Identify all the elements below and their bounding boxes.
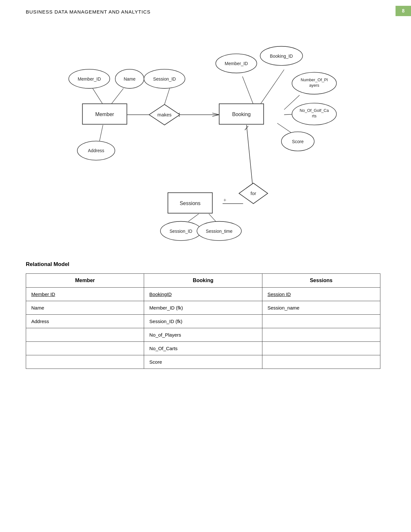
member-row4 [26, 328, 144, 342]
svg-text:ayers: ayers [309, 83, 319, 88]
svg-text:for: for [250, 191, 256, 196]
svg-text:Booking: Booking [232, 112, 250, 117]
page-number: 8 [402, 8, 405, 14]
page-title: BUSINESS DATA MANAGEMENT AND ANALYTICS [26, 9, 151, 15]
erd-svg: + Member Booking Sessions makes for Memb… [19, 26, 392, 251]
booking-row4: No_of_Players [144, 328, 262, 342]
erd-diagram: + Member Booking Sessions makes for Memb… [19, 26, 392, 251]
svg-line-9 [260, 70, 284, 104]
svg-line-20 [209, 214, 216, 221]
svg-line-14 [164, 88, 170, 104]
svg-text:Address: Address [88, 148, 104, 153]
svg-line-6 [93, 88, 103, 104]
sessions-row4 [262, 328, 380, 342]
svg-text:Member_ID: Member_ID [78, 77, 101, 82]
member-row3: Address [26, 315, 144, 328]
member-id-pk: Member ID [31, 291, 55, 297]
booking-row5: No_Of_Carts [144, 342, 262, 355]
col-header-sessions: Sessions [262, 274, 380, 288]
svg-text:Session_time: Session_time [206, 229, 233, 234]
svg-text:Name: Name [124, 77, 136, 82]
svg-text:rts: rts [312, 113, 317, 118]
col-header-member: Member [26, 274, 144, 288]
member-row5 [26, 342, 144, 355]
page-number-badge: 8 [396, 6, 411, 16]
table-row: No_Of_Carts [26, 342, 380, 355]
relational-model-title: Relational Model [26, 261, 380, 268]
sessions-row1: Session ID [262, 288, 380, 301]
sessions-row5 [262, 342, 380, 355]
svg-text:+: + [223, 197, 227, 203]
member-row1: Member ID [26, 288, 144, 301]
table-row: Address Session_ID (fk) [26, 315, 380, 328]
booking-row1: BookingID [144, 288, 262, 301]
svg-text:Member_ID: Member_ID [225, 61, 248, 66]
col-header-booking: Booking [144, 274, 262, 288]
booking-row3: Session_ID (fk) [144, 315, 262, 328]
svg-text:Sessions: Sessions [180, 201, 201, 206]
svg-text:Session_ID: Session_ID [170, 229, 192, 234]
booking-row2: Member_ID (fk) [144, 301, 262, 315]
svg-line-19 [188, 214, 199, 221]
relational-model-section: Relational Model Member Booking Sessions… [26, 261, 380, 369]
table-row: No_of_Players [26, 328, 380, 342]
svg-text:Member: Member [95, 112, 114, 117]
table-row: Score [26, 355, 380, 369]
session-id-pk: Session ID [268, 291, 291, 297]
svg-line-8 [100, 125, 103, 141]
sessions-row2: Session_name [262, 301, 380, 315]
svg-line-15 [247, 125, 253, 193]
svg-line-7 [112, 88, 123, 104]
svg-text:Number_Of_Pl: Number_Of_Pl [301, 77, 328, 82]
member-row2: Name [26, 301, 144, 315]
svg-text:Booking_ID: Booking_ID [270, 54, 293, 59]
table-row: Member ID BookingID Session ID [26, 288, 380, 301]
svg-line-13 [277, 123, 291, 133]
booking-row6: Score [144, 355, 262, 369]
table-row: Name Member_ID (fk) Session_name [26, 301, 380, 315]
member-row6 [26, 355, 144, 369]
svg-text:No_Of_Golf_Ca: No_Of_Golf_Ca [300, 108, 329, 113]
svg-text:Score: Score [292, 139, 304, 144]
sessions-row3 [262, 315, 380, 328]
booking-id-pk: BookingID [149, 291, 171, 297]
svg-text:makes: makes [157, 112, 171, 117]
relational-model-table: Member Booking Sessions Member ID Bookin… [26, 273, 380, 369]
svg-text:Session_ID: Session_ID [153, 77, 176, 82]
sessions-row6 [262, 355, 380, 369]
svg-line-10 [242, 76, 253, 104]
